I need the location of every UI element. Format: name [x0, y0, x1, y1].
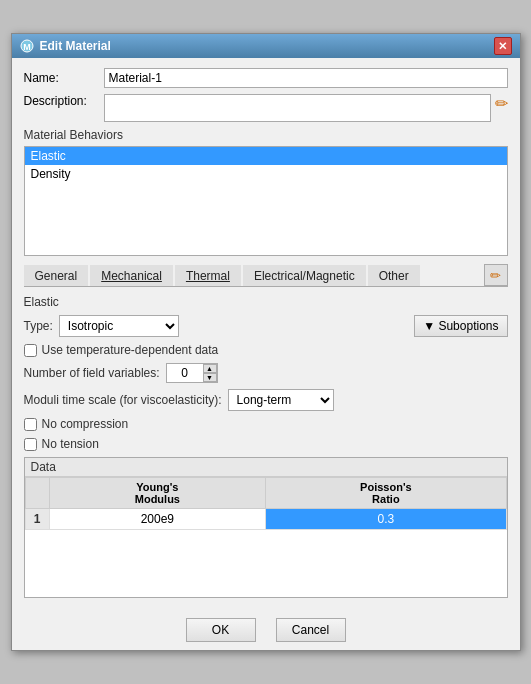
col-youngs-header: Young'sModulus [49, 478, 266, 509]
temp-dependent-checkbox[interactable] [24, 344, 37, 357]
no-compression-label: No compression [42, 417, 129, 431]
moduli-select[interactable]: Long-term Instantaneous [228, 389, 334, 411]
behavior-elastic[interactable]: Elastic [25, 147, 507, 165]
no-tension-label: No tension [42, 437, 99, 451]
suboptions-button[interactable]: ▼ Suboptions [414, 315, 507, 337]
title-bar-left: M Edit Material [20, 39, 111, 53]
dialog-icon: M [20, 39, 34, 53]
type-select[interactable]: Isotropic Orthotropic Anisotropic Lamina… [59, 315, 179, 337]
name-label: Name: [24, 71, 104, 85]
dialog-body: Name: Description: ✏ Material Behaviors … [12, 58, 520, 608]
col-num-header [25, 478, 49, 509]
temp-dependent-label: Use temperature-dependent data [42, 343, 219, 357]
type-label: Type: [24, 319, 53, 333]
tab-edit-button[interactable]: ✏ [484, 264, 508, 286]
dialog-title: Edit Material [40, 39, 111, 53]
pencil-icon: ✏ [495, 94, 508, 113]
tabs-bar: General Mechanical Thermal Electrical/Ma… [24, 262, 508, 287]
field-vars-input[interactable] [167, 364, 203, 382]
tab-thermal[interactable]: Thermal [175, 265, 241, 286]
row-number: 1 [25, 509, 49, 530]
moduli-row: Moduli time scale (for viscoelasticity):… [24, 389, 508, 411]
type-row: Type: Isotropic Orthotropic Anisotropic … [24, 315, 508, 337]
behavior-density[interactable]: Density [25, 165, 507, 183]
no-tension-row: No tension [24, 437, 508, 451]
no-tension-checkbox[interactable] [24, 438, 37, 451]
elastic-section-title: Elastic [24, 295, 508, 309]
title-bar: M Edit Material ✕ [12, 34, 520, 58]
tab-mechanical[interactable]: Mechanical [90, 265, 173, 286]
temp-dependent-row: Use temperature-dependent data [24, 343, 508, 357]
ok-button[interactable]: OK [186, 618, 256, 642]
spinner-arrows: ▲ ▼ [203, 364, 217, 382]
data-section: Data Young'sModulus Poisson'sRatio 1 200… [24, 457, 508, 598]
data-table-container[interactable]: Young'sModulus Poisson'sRatio 1 200e9 0.… [25, 477, 507, 597]
behaviors-list[interactable]: Elastic Density [24, 146, 508, 256]
svg-text:M: M [23, 42, 31, 52]
spinner-down[interactable]: ▼ [203, 373, 217, 382]
data-section-title: Data [25, 458, 507, 477]
no-compression-checkbox[interactable] [24, 418, 37, 431]
name-input[interactable] [104, 68, 508, 88]
field-vars-spinner[interactable]: ▲ ▼ [166, 363, 218, 383]
poissons-ratio-cell[interactable]: 0.3 [266, 509, 506, 530]
edit-material-dialog: M Edit Material ✕ Name: Description: ✏ M… [11, 33, 521, 651]
tab-general[interactable]: General [24, 265, 89, 286]
bottom-buttons: OK Cancel [12, 608, 520, 650]
youngs-modulus-cell[interactable]: 200e9 [49, 509, 266, 530]
description-row: Description: ✏ [24, 94, 508, 122]
no-compression-row: No compression [24, 417, 508, 431]
moduli-label: Moduli time scale (for viscoelasticity): [24, 393, 222, 407]
material-behaviors-label: Material Behaviors [24, 128, 508, 142]
tab-other[interactable]: Other [368, 265, 420, 286]
field-vars-label: Number of field variables: [24, 366, 160, 380]
description-input[interactable] [104, 94, 491, 122]
cancel-button[interactable]: Cancel [276, 618, 346, 642]
name-row: Name: [24, 68, 508, 88]
spinner-up[interactable]: ▲ [203, 364, 217, 373]
tab-electrical-magnetic[interactable]: Electrical/Magnetic [243, 265, 366, 286]
field-vars-row: Number of field variables: ▲ ▼ [24, 363, 508, 383]
col-poissons-header: Poisson'sRatio [266, 478, 506, 509]
data-table: Young'sModulus Poisson'sRatio 1 200e9 0.… [25, 477, 507, 530]
close-button[interactable]: ✕ [494, 37, 512, 55]
table-row[interactable]: 1 200e9 0.3 [25, 509, 506, 530]
description-label: Description: [24, 94, 104, 108]
